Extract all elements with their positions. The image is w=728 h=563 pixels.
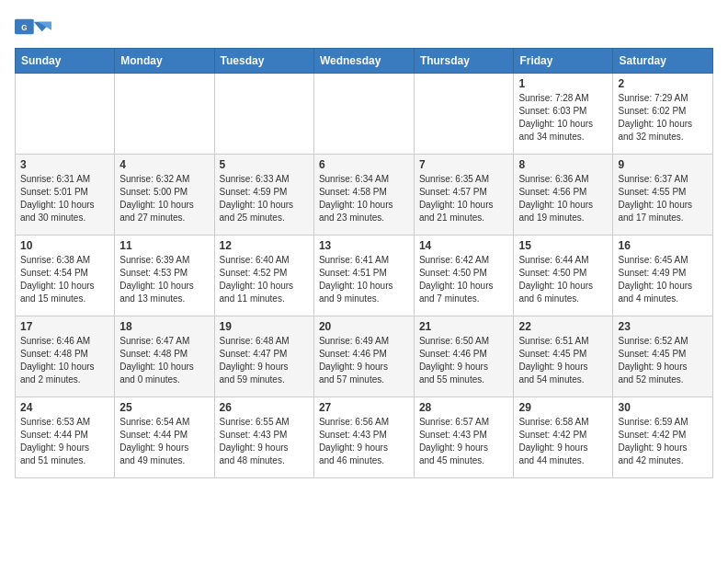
calendar-cell: 27Sunrise: 6:56 AM Sunset: 4:43 PM Dayli… <box>313 397 414 478</box>
calendar-week-row: 17Sunrise: 6:46 AM Sunset: 4:48 PM Dayli… <box>16 316 713 397</box>
calendar-cell: 12Sunrise: 6:40 AM Sunset: 4:52 PM Dayli… <box>214 236 313 316</box>
calendar-cell: 22Sunrise: 6:51 AM Sunset: 4:45 PM Dayli… <box>514 316 613 397</box>
day-content: Sunrise: 6:49 AM Sunset: 4:46 PM Dayligh… <box>319 335 409 386</box>
day-number: 13 <box>319 239 409 252</box>
day-content: Sunrise: 6:59 AM Sunset: 4:42 PM Dayligh… <box>618 416 708 467</box>
day-number: 18 <box>119 320 209 333</box>
day-content: Sunrise: 6:37 AM Sunset: 4:55 PM Dayligh… <box>618 173 708 224</box>
calendar-cell: 25Sunrise: 6:54 AM Sunset: 4:44 PM Dayli… <box>115 397 214 478</box>
day-content: Sunrise: 6:34 AM Sunset: 4:58 PM Dayligh… <box>319 173 409 224</box>
day-number: 8 <box>518 158 608 171</box>
day-content: Sunrise: 6:50 AM Sunset: 4:46 PM Dayligh… <box>419 335 509 386</box>
calendar-table: SundayMondayTuesdayWednesdayThursdayFrid… <box>15 48 713 478</box>
day-content: Sunrise: 6:55 AM Sunset: 4:43 PM Dayligh… <box>220 416 309 467</box>
calendar-cell: 8Sunrise: 6:36 AM Sunset: 4:56 PM Daylig… <box>514 155 613 236</box>
calendar-cell <box>115 74 214 155</box>
calendar-cell <box>214 74 313 155</box>
weekday-header: Wednesday <box>313 49 414 74</box>
day-content: Sunrise: 6:54 AM Sunset: 4:44 PM Dayligh… <box>119 416 209 467</box>
calendar-week-row: 10Sunrise: 6:38 AM Sunset: 4:54 PM Dayli… <box>16 236 713 316</box>
day-content: Sunrise: 6:44 AM Sunset: 4:50 PM Dayligh… <box>518 254 608 305</box>
day-content: Sunrise: 6:51 AM Sunset: 4:45 PM Dayligh… <box>518 335 608 386</box>
calendar-cell: 16Sunrise: 6:45 AM Sunset: 4:49 PM Dayli… <box>613 236 713 316</box>
page-header: G <box>15 15 713 40</box>
logo: G <box>15 15 51 40</box>
calendar-cell: 9Sunrise: 6:37 AM Sunset: 4:55 PM Daylig… <box>613 155 713 236</box>
day-content: Sunrise: 6:40 AM Sunset: 4:52 PM Dayligh… <box>220 254 309 305</box>
day-content: Sunrise: 6:53 AM Sunset: 4:44 PM Dayligh… <box>20 416 109 467</box>
day-content: Sunrise: 6:38 AM Sunset: 4:54 PM Dayligh… <box>20 254 109 305</box>
calendar-cell: 24Sunrise: 6:53 AM Sunset: 4:44 PM Dayli… <box>16 397 115 478</box>
weekday-header: Sunday <box>16 49 115 74</box>
day-number: 21 <box>419 320 509 333</box>
calendar-cell: 20Sunrise: 6:49 AM Sunset: 4:46 PM Dayli… <box>313 316 414 397</box>
day-content: Sunrise: 7:28 AM Sunset: 6:03 PM Dayligh… <box>518 92 608 144</box>
logo-icon: G <box>15 15 51 39</box>
day-number: 27 <box>319 401 409 414</box>
calendar-cell: 3Sunrise: 6:31 AM Sunset: 5:01 PM Daylig… <box>16 155 115 236</box>
day-content: Sunrise: 6:36 AM Sunset: 4:56 PM Dayligh… <box>518 173 608 224</box>
day-content: Sunrise: 6:39 AM Sunset: 4:53 PM Dayligh… <box>119 254 209 305</box>
calendar-cell <box>313 74 414 155</box>
calendar-cell: 26Sunrise: 6:55 AM Sunset: 4:43 PM Dayli… <box>214 397 313 478</box>
calendar-body: 1Sunrise: 7:28 AM Sunset: 6:03 PM Daylig… <box>16 74 713 478</box>
calendar-header-row: SundayMondayTuesdayWednesdayThursdayFrid… <box>16 49 713 74</box>
calendar-cell: 21Sunrise: 6:50 AM Sunset: 4:46 PM Dayli… <box>414 316 514 397</box>
calendar-cell: 29Sunrise: 6:58 AM Sunset: 4:42 PM Dayli… <box>514 397 613 478</box>
day-number: 3 <box>20 158 109 171</box>
day-content: Sunrise: 6:33 AM Sunset: 4:59 PM Dayligh… <box>220 173 309 224</box>
calendar-cell: 1Sunrise: 7:28 AM Sunset: 6:03 PM Daylig… <box>514 74 613 155</box>
calendar-cell: 7Sunrise: 6:35 AM Sunset: 4:57 PM Daylig… <box>414 155 514 236</box>
day-number: 30 <box>618 401 708 414</box>
weekday-header: Thursday <box>414 49 514 74</box>
weekday-header: Tuesday <box>214 49 313 74</box>
calendar-cell <box>16 74 115 155</box>
day-content: Sunrise: 7:29 AM Sunset: 6:02 PM Dayligh… <box>618 92 708 144</box>
day-content: Sunrise: 6:57 AM Sunset: 4:43 PM Dayligh… <box>419 416 509 467</box>
day-number: 7 <box>419 158 509 171</box>
day-content: Sunrise: 6:47 AM Sunset: 4:48 PM Dayligh… <box>119 335 209 386</box>
calendar-cell: 19Sunrise: 6:48 AM Sunset: 4:47 PM Dayli… <box>214 316 313 397</box>
day-number: 26 <box>220 401 309 414</box>
day-content: Sunrise: 6:35 AM Sunset: 4:57 PM Dayligh… <box>419 173 509 224</box>
day-content: Sunrise: 6:56 AM Sunset: 4:43 PM Dayligh… <box>319 416 409 467</box>
calendar-cell: 14Sunrise: 6:42 AM Sunset: 4:50 PM Dayli… <box>414 236 514 316</box>
day-number: 16 <box>618 239 708 252</box>
day-content: Sunrise: 6:31 AM Sunset: 5:01 PM Dayligh… <box>20 173 109 224</box>
day-number: 23 <box>618 320 708 333</box>
svg-text:G: G <box>21 24 27 32</box>
day-number: 15 <box>518 239 608 252</box>
day-content: Sunrise: 6:58 AM Sunset: 4:42 PM Dayligh… <box>518 416 608 467</box>
day-number: 19 <box>220 320 309 333</box>
day-content: Sunrise: 6:52 AM Sunset: 4:45 PM Dayligh… <box>618 335 708 386</box>
calendar-cell: 4Sunrise: 6:32 AM Sunset: 5:00 PM Daylig… <box>115 155 214 236</box>
calendar-cell: 17Sunrise: 6:46 AM Sunset: 4:48 PM Dayli… <box>16 316 115 397</box>
calendar-cell: 2Sunrise: 7:29 AM Sunset: 6:02 PM Daylig… <box>613 74 713 155</box>
day-content: Sunrise: 6:42 AM Sunset: 4:50 PM Dayligh… <box>419 254 509 305</box>
day-number: 24 <box>20 401 109 414</box>
day-number: 14 <box>419 239 509 252</box>
day-content: Sunrise: 6:41 AM Sunset: 4:51 PM Dayligh… <box>319 254 409 305</box>
day-content: Sunrise: 6:46 AM Sunset: 4:48 PM Dayligh… <box>20 335 109 386</box>
weekday-header: Saturday <box>613 49 713 74</box>
calendar-cell: 10Sunrise: 6:38 AM Sunset: 4:54 PM Dayli… <box>16 236 115 316</box>
calendar-week-row: 24Sunrise: 6:53 AM Sunset: 4:44 PM Dayli… <box>16 397 713 478</box>
calendar-week-row: 1Sunrise: 7:28 AM Sunset: 6:03 PM Daylig… <box>16 74 713 155</box>
day-number: 5 <box>220 158 309 171</box>
calendar-cell: 23Sunrise: 6:52 AM Sunset: 4:45 PM Dayli… <box>613 316 713 397</box>
calendar-cell: 15Sunrise: 6:44 AM Sunset: 4:50 PM Dayli… <box>514 236 613 316</box>
day-number: 2 <box>618 77 708 90</box>
calendar-cell <box>414 74 514 155</box>
day-number: 12 <box>220 239 309 252</box>
day-number: 22 <box>518 320 608 333</box>
calendar-cell: 30Sunrise: 6:59 AM Sunset: 4:42 PM Dayli… <box>613 397 713 478</box>
day-content: Sunrise: 6:45 AM Sunset: 4:49 PM Dayligh… <box>618 254 708 305</box>
calendar-cell: 18Sunrise: 6:47 AM Sunset: 4:48 PM Dayli… <box>115 316 214 397</box>
calendar-cell: 13Sunrise: 6:41 AM Sunset: 4:51 PM Dayli… <box>313 236 414 316</box>
day-number: 6 <box>319 158 409 171</box>
day-content: Sunrise: 6:48 AM Sunset: 4:47 PM Dayligh… <box>220 335 309 386</box>
day-number: 11 <box>119 239 209 252</box>
day-number: 1 <box>518 77 608 90</box>
day-number: 29 <box>518 401 608 414</box>
day-number: 10 <box>20 239 109 252</box>
